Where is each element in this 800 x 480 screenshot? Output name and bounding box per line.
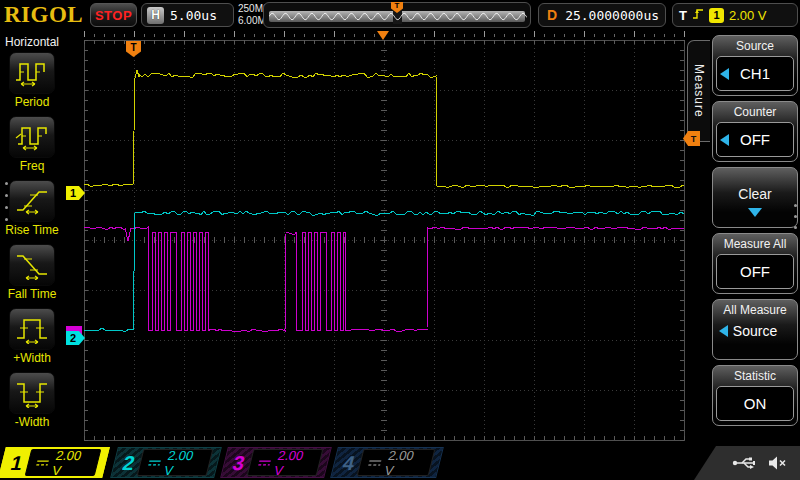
trigger-source-badge: 1 — [709, 8, 724, 23]
memory-timeline[interactable]: T — [263, 2, 531, 28]
top-status-bar: RIGOL STOP H 5.00us 250MSa/s 6.00M pts T… — [0, 0, 800, 30]
freq-icon[interactable] — [9, 116, 55, 158]
menu-item-fall-time[interactable]: Fall Time — [0, 244, 64, 308]
counter-value: OFF — [716, 122, 794, 157]
menu-item-period[interactable]: Period — [0, 52, 64, 116]
oscilloscope-screen: RIGOL STOP H 5.00us 250MSa/s 6.00M pts T… — [0, 0, 800, 480]
menu-item-freq[interactable]: Freq — [0, 116, 64, 180]
fall-time-icon[interactable] — [9, 244, 55, 286]
horizontal-measure-menu: Horizontal Period Freq — [0, 30, 64, 446]
source-button[interactable]: Source CH1 — [712, 35, 798, 96]
channel-4-label[interactable]: 4 2.00 V — [330, 447, 444, 478]
usb-icon[interactable] — [732, 456, 758, 470]
menu-item-label: Period — [15, 95, 50, 109]
source-value: CH1 — [716, 56, 794, 91]
horizontal-scale-box[interactable]: H 5.00us — [141, 3, 234, 27]
measure-tab[interactable]: Measure — [687, 40, 710, 142]
menu-item-label: -Width — [15, 415, 50, 429]
menu-buttons: Source CH1 Counter OFF Clear Measure All — [712, 35, 798, 426]
menu-item-label: Freq — [20, 159, 45, 173]
clear-button[interactable]: Clear — [712, 167, 798, 228]
channel-4-scale: 2.00 V — [383, 448, 428, 478]
channel-2-scale: 2.00 V — [163, 448, 206, 478]
channel-1-label[interactable]: 1 2.00 V — [0, 447, 110, 478]
window-center-marker[interactable] — [377, 31, 389, 40]
measure-menu-panel: Measure T Source CH1 Counter OFF Clear — [686, 30, 800, 446]
left-arrow-icon — [719, 325, 728, 337]
channel-status-bar: 1 2.00 V 2 2.00 V 3 — [0, 446, 800, 480]
rising-edge-icon — [692, 6, 704, 25]
scope-graticule-and-traces — [64, 30, 686, 446]
memory-waveform-preview — [269, 11, 527, 22]
delay-label: D — [547, 7, 557, 23]
rigol-logo: RIGOL — [4, 2, 88, 28]
channel-3-scale: 2.00 V — [273, 448, 316, 478]
run-state-button[interactable]: STOP — [90, 3, 137, 27]
h-badge: H — [147, 7, 164, 24]
measure-all-button[interactable]: Measure All OFF — [712, 233, 798, 294]
trigger-box[interactable]: T 1 2.00 V — [672, 3, 798, 27]
timebase-value: 5.00us — [170, 8, 217, 23]
delay-value: 25.0000000us — [565, 8, 659, 23]
plus-width-icon[interactable] — [9, 308, 55, 350]
dc-coupling-icon — [147, 458, 163, 468]
menu-item-label: Rise Time — [5, 223, 58, 237]
left-arrow-icon — [720, 68, 729, 80]
counter-button[interactable]: Counter OFF — [712, 101, 798, 162]
system-status-area — [694, 446, 800, 480]
trigger-label: T — [679, 8, 687, 23]
menu-item-minus-width[interactable]: -Width — [0, 372, 64, 436]
down-arrow-icon — [748, 208, 762, 217]
left-menu-page-dots — [5, 182, 8, 221]
dc-coupling-icon — [257, 458, 273, 468]
measure-all-value: OFF — [716, 254, 794, 289]
dc-coupling-icon — [35, 458, 51, 468]
statistic-button[interactable]: Statistic ON — [712, 365, 798, 426]
trigger-level-value: 2.00 V — [729, 8, 767, 23]
channel-3-label[interactable]: 3 2.00 V — [220, 447, 332, 478]
channel-1-scale: 2.00 V — [51, 448, 94, 478]
menu-item-plus-width[interactable]: +Width — [0, 308, 64, 372]
speaker-muted-icon[interactable] — [768, 456, 787, 470]
menu-item-label: Fall Time — [8, 287, 57, 301]
left-menu-title: Horizontal — [0, 30, 64, 52]
trigger-level-marker[interactable]: T — [683, 131, 700, 146]
right-menu-page-dots — [794, 204, 797, 229]
channel-2-label[interactable]: 2 2.00 V — [110, 447, 222, 478]
menu-item-rise-time[interactable]: Rise Time — [0, 180, 64, 244]
period-icon[interactable] — [9, 52, 55, 94]
all-measure-source-button[interactable]: All Measure Source — [712, 299, 798, 360]
menu-item-label: +Width — [13, 351, 51, 365]
waveform-display: T 1 2 — [64, 30, 686, 446]
left-arrow-icon — [720, 134, 729, 146]
dc-coupling-icon — [367, 458, 383, 468]
statistic-value: ON — [716, 386, 794, 421]
delay-box[interactable]: D 25.0000000us — [538, 3, 666, 27]
all-measure-source-value: Source — [716, 319, 794, 343]
rise-time-icon[interactable] — [9, 180, 55, 222]
minus-width-icon[interactable] — [9, 372, 55, 414]
